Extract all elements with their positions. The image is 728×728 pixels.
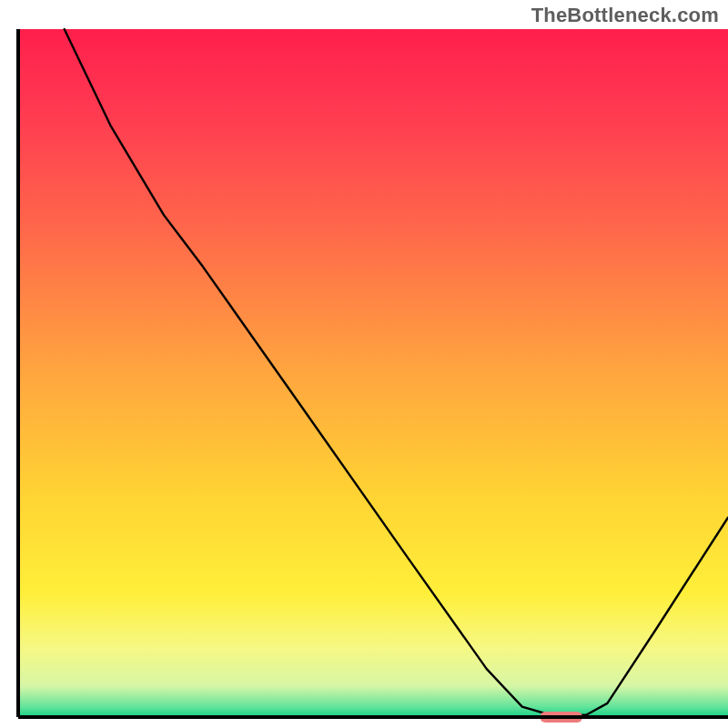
watermark-label: TheBottleneck.com [531,4,719,27]
chart-stage: TheBottleneck.com [0,0,728,728]
plot-background [18,29,728,717]
bottleneck-chart [0,0,728,728]
